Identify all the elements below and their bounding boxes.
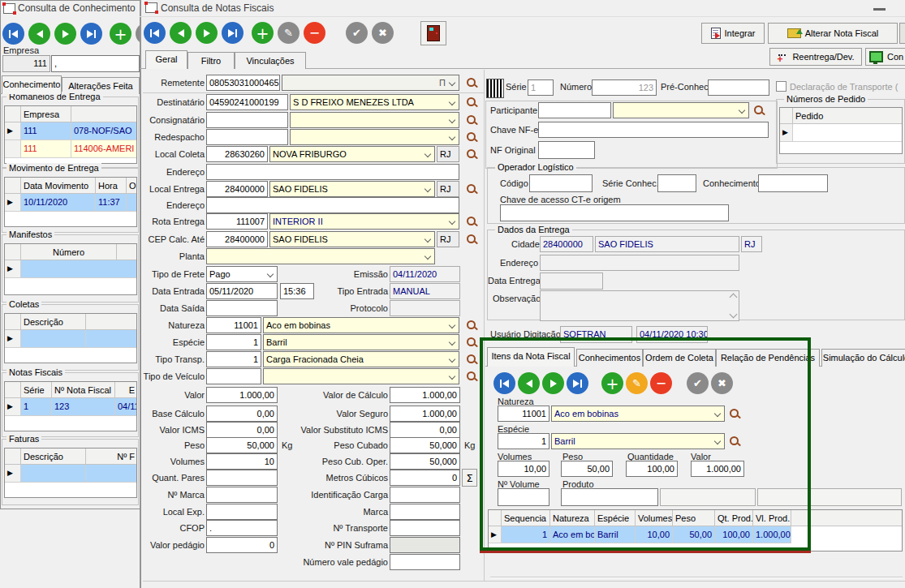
row-indicator: ▶ [5, 194, 21, 212]
tab-conhecimento[interactable]: Conhecimento [2, 75, 62, 94]
faturas-row1[interactable] [21, 465, 86, 483]
empresa-code-field[interactable]: 111 [2, 55, 50, 72]
notas-col-emissao: E [115, 382, 137, 398]
romaneios-row2-empresa[interactable]: 111 [21, 140, 71, 158]
movimento-col-hora: Hora [96, 178, 127, 194]
manifestos-title: Manifestos [6, 230, 54, 239]
left-window-title: Consulta de Conhecimento [18, 3, 136, 14]
left-add-button[interactable]: + [110, 23, 131, 45]
notas-row1-numero[interactable]: 123 [52, 398, 115, 416]
movimento-row1-hora[interactable]: 11:37 [96, 194, 127, 212]
notas-row1-serie[interactable]: 1 [21, 398, 52, 416]
left-nav-last-button[interactable] [80, 23, 102, 45]
movimento-grid: Data Movimento Hora O ▶ 10/11/2020 11:37 [4, 177, 137, 227]
annotation-green-rectangle [480, 337, 811, 551]
screen: Consulta de Conhecimento + ✎ Empresa 111… [0, 0, 905, 588]
manifestos-col-numero: Número [21, 244, 117, 260]
faturas-col-numero: Nº F [86, 449, 137, 465]
faturas-title: Faturas [6, 434, 41, 444]
left-nav-first-button[interactable] [2, 23, 24, 45]
app-icon [3, 3, 15, 14]
movimento-col-obs: O [127, 178, 137, 194]
row-indicator: ▶ [5, 260, 21, 278]
romaneios-row1-desc[interactable]: 078-NOF/SAO [71, 122, 137, 140]
left-nav-next-button[interactable] [54, 23, 76, 45]
notas-title: Notas Fiscais [6, 367, 65, 377]
notas-row1-emissao[interactable]: 04/11 [115, 398, 137, 416]
romaneios-col-empresa: Empresa [21, 106, 71, 122]
manifestos-grid: Número ▶ [4, 243, 137, 295]
faturas-col-descricao: Descrição [21, 449, 86, 465]
romaneios-row2-desc[interactable]: 114006-AMERI [71, 140, 137, 158]
row-indicator: ▶ [5, 465, 21, 483]
coletas-row1[interactable] [21, 330, 86, 348]
movimento-row1-data[interactable]: 10/11/2020 [21, 194, 96, 212]
manifestos-row1[interactable] [21, 260, 137, 278]
romaneios-grid: Empresa ▶ 111 078-NOF/SAO 111 114006-AME… [4, 105, 137, 164]
row-indicator: ▶ [5, 330, 21, 348]
coletas-title: Coletas [6, 299, 41, 309]
left-nav-prev-button[interactable] [28, 23, 50, 45]
notas-col-serie: Série [21, 382, 52, 398]
row-indicator: ▶ [5, 398, 21, 416]
empresa-name-field[interactable]: , [51, 55, 140, 72]
coletas-grid: Descrição ▶ [4, 313, 137, 363]
movimento-col-data: Data Movimento [21, 178, 96, 194]
notas-col-numero: Nº Nota Fiscal [52, 382, 115, 398]
romaneios-row1-empresa[interactable]: 111 [21, 122, 71, 140]
row-indicator: ▶ [5, 122, 21, 140]
coletas-col-descricao: Descrição [21, 314, 86, 330]
notas-grid: Série Nº Nota Fiscal E ▶ 1 123 04/11 [4, 381, 137, 431]
annotation-red-underline [480, 551, 811, 553]
faturas-grid: Descrição Nº F ▶ [4, 448, 137, 498]
movimento-title: Movimento de Entrega [6, 163, 101, 173]
